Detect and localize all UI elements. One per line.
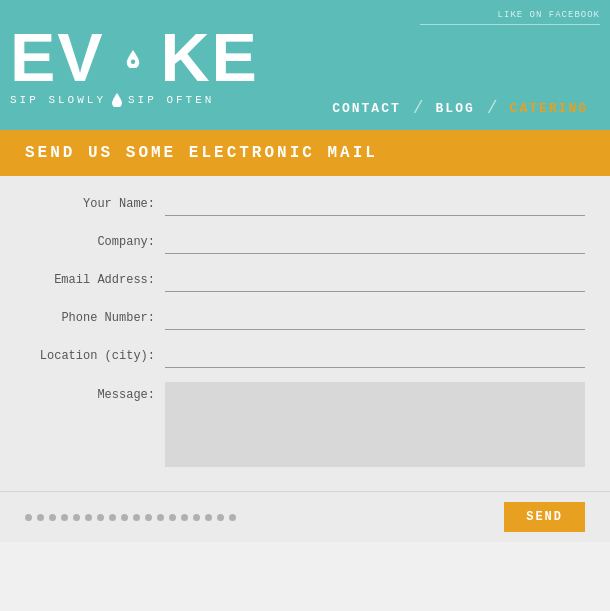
nav-blog[interactable]: BLOG [424,101,487,116]
dot-10 [133,514,140,521]
company-input[interactable] [165,230,585,254]
message-textarea[interactable] [165,382,585,467]
dot-12 [157,514,164,521]
phone-row: Phone Number: [25,306,585,330]
nav-sep-1: / [413,98,424,118]
dots-container [25,514,236,521]
dot-7 [97,514,104,521]
dot-5 [73,514,80,521]
footer-bar: SEND [0,491,610,542]
dot-4 [61,514,68,521]
top-right-area: LIKE ON FACEBOOK [420,10,600,33]
message-label: Message: [25,382,165,402]
navigation: CONTACT / BLOG / CATERING [320,98,600,118]
dot-17 [217,514,224,521]
phone-label: Phone Number: [25,311,165,325]
location-row: Location (city): [25,344,585,368]
tagline-left: SIP SLOWLY [10,94,106,106]
location-label: Location (city): [25,349,165,363]
logo: EV KE [10,23,259,91]
dot-15 [193,514,200,521]
facebook-label[interactable]: LIKE ON FACEBOOK [420,10,600,20]
company-row: Company: [25,230,585,254]
email-label: Email Address: [25,273,165,287]
dot-18 [229,514,236,521]
name-row: Your Name: [25,192,585,216]
tagline-right: SIP OFTEN [128,94,214,106]
nav-sep-2: / [487,98,498,118]
email-input[interactable] [165,268,585,292]
name-input[interactable] [165,192,585,216]
company-label: Company: [25,235,165,249]
email-row: Email Address: [25,268,585,292]
svg-point-0 [130,59,135,64]
header: EV KE SIP SLOWLY SIP OFTEN LIKE ON FACEB… [0,0,610,130]
dot-11 [145,514,152,521]
message-row: Message: [25,382,585,467]
dot-3 [49,514,56,521]
dot-6 [85,514,92,521]
dot-8 [109,514,116,521]
form-section: SEND US SOME ELECTRONIC MAIL Your Name: … [0,130,610,491]
tagline: SIP SLOWLY SIP OFTEN [10,93,259,107]
dot-13 [169,514,176,521]
dot-14 [181,514,188,521]
dot-9 [121,514,128,521]
dot-16 [205,514,212,521]
nav-catering[interactable]: CATERING [498,101,600,116]
send-button[interactable]: SEND [504,502,585,532]
logo-area: EV KE SIP SLOWLY SIP OFTEN [0,0,259,130]
phone-input[interactable] [165,306,585,330]
form-title: SEND US SOME ELECTRONIC MAIL [25,144,378,162]
header-divider [420,24,600,25]
nav-contact[interactable]: CONTACT [320,101,413,116]
dot-2 [37,514,44,521]
form-body: Your Name: Company: Email Address: Phone… [0,176,610,491]
form-header: SEND US SOME ELECTRONIC MAIL [0,130,610,176]
dot-1 [25,514,32,521]
name-label: Your Name: [25,197,165,211]
location-input[interactable] [165,344,585,368]
